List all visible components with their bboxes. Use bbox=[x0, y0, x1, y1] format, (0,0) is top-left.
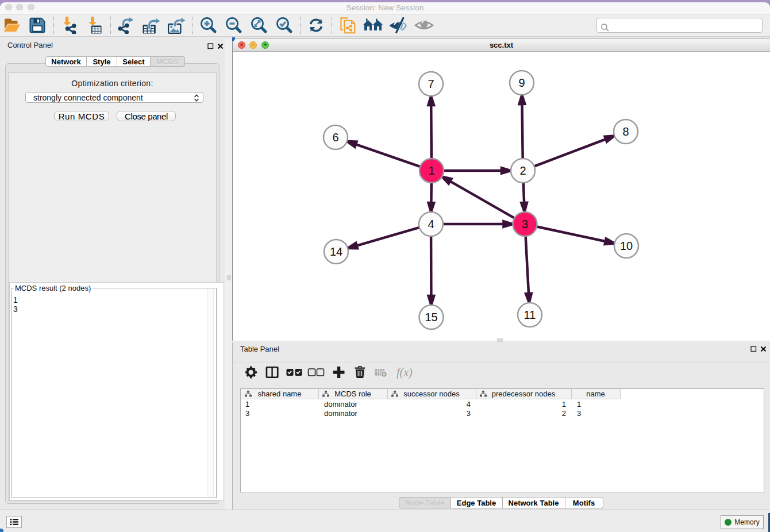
svg-text:7: 7 bbox=[428, 78, 434, 90]
svg-text:11: 11 bbox=[524, 309, 536, 321]
svg-text:15: 15 bbox=[425, 311, 437, 323]
svg-text:f(x): f(x) bbox=[396, 366, 413, 379]
svg-text:1: 1 bbox=[428, 164, 434, 177]
svg-text:9: 9 bbox=[518, 76, 525, 89]
svg-text:14: 14 bbox=[330, 245, 342, 258]
svg-text:4: 4 bbox=[428, 218, 434, 230]
svg-text:10: 10 bbox=[620, 240, 633, 252]
svg-text:3: 3 bbox=[522, 218, 528, 230]
svg-text:2: 2 bbox=[519, 164, 526, 177]
svg-text:8: 8 bbox=[622, 125, 629, 138]
svg-text:6: 6 bbox=[332, 131, 338, 144]
